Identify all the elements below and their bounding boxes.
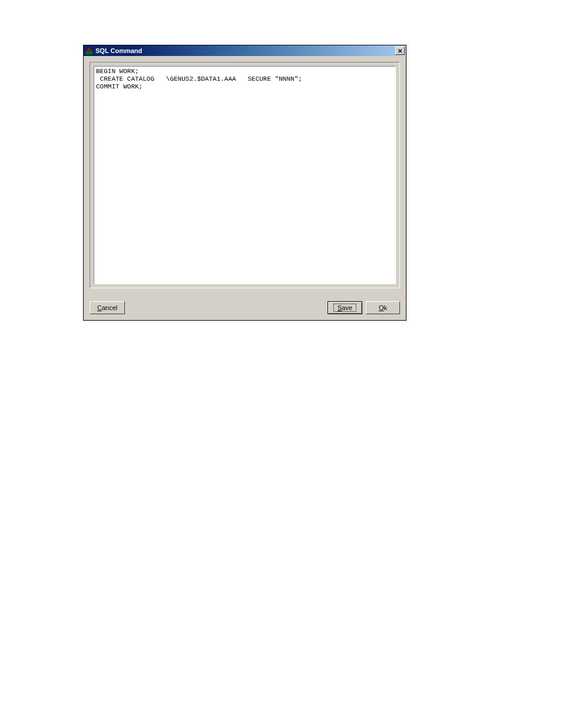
ok-button[interactable]: Ok <box>366 301 400 314</box>
svg-rect-2 <box>88 50 90 52</box>
close-button[interactable]: ✕ <box>395 47 405 55</box>
close-icon: ✕ <box>398 48 402 54</box>
cancel-button-label: Cancel <box>96 304 118 311</box>
titlebar: SQL Command ✕ <box>84 45 406 56</box>
sql-command-dialog: SQL Command ✕ Cancel Save Ok <box>83 45 406 321</box>
button-row: Cancel Save Ok <box>84 294 406 320</box>
save-button[interactable]: Save <box>328 301 362 314</box>
sql-textarea[interactable] <box>94 66 396 284</box>
cancel-button[interactable]: Cancel <box>90 301 125 314</box>
app-icon <box>85 47 93 55</box>
dialog-body <box>84 56 406 294</box>
editor-panel <box>90 62 400 288</box>
window-title: SQL Command <box>95 47 395 54</box>
ok-button-label: Ok <box>378 304 388 311</box>
save-button-label: Save <box>333 304 356 312</box>
